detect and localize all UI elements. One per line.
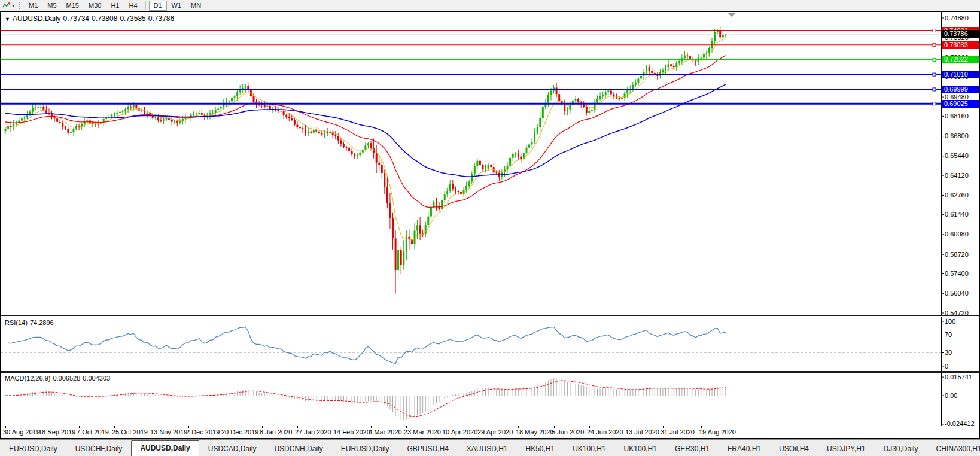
price-tick-label: 0.61440 <box>945 211 979 218</box>
chart-tab-hk50-h1[interactable]: HK50,H1 <box>517 442 564 456</box>
timeframe-button-D1[interactable]: D1 <box>149 1 167 11</box>
date-label: 19 Aug 2020 <box>699 428 736 436</box>
price-tick-label: 0.54720 <box>945 310 979 317</box>
chart-tab-xauusd-h1[interactable]: XAUUSD,H1 <box>458 442 517 456</box>
date-label: 20 Dec 2019 <box>221 428 258 436</box>
symbol-dropdown-icon[interactable]: ▼ <box>5 16 10 22</box>
date-label: 14 Feb 2020 <box>333 428 370 436</box>
chart-tab-gbpusd-h4[interactable]: GBPUSD,H4 <box>398 442 457 456</box>
timeframe-button-M1[interactable]: M1 <box>24 1 42 11</box>
rsi-axis-label: 0 <box>945 363 979 370</box>
rsi-name: RSI(14) <box>5 319 28 326</box>
date-label: 24 Jun 2020 <box>587 428 623 436</box>
date-label: 13 Jul 2020 <box>625 428 659 436</box>
macd-axis-label: -0.024412 <box>945 421 979 427</box>
date-label: 10 Apr 2020 <box>442 428 477 436</box>
price-tick-label: 0.58720 <box>945 251 979 258</box>
date-label: 4 Mar 2020 <box>369 428 402 436</box>
chart-tab-usoil-h4[interactable]: USOil,H4 <box>770 442 818 456</box>
rsi-axis-label: 70 <box>945 332 979 338</box>
chart-tab-dj30-daily[interactable]: DJ30,Daily <box>875 442 927 456</box>
timeframe-button-H1[interactable]: H1 <box>106 1 124 11</box>
current-price-label: 0.73786 <box>942 30 979 38</box>
date-label: 18 Sep 2019 <box>38 428 75 436</box>
toolbar-grip[interactable] <box>19 2 20 9</box>
rsi-value: 74.2896 <box>30 319 54 326</box>
price-tick-label: 0.57400 <box>945 270 979 277</box>
chart-tab-ger30-h1[interactable]: GER30,H1 <box>666 442 719 456</box>
ohlc-close: 0.73786 <box>148 14 174 23</box>
date-label: 2 Dec 2019 <box>186 428 220 436</box>
date-label: 5 Jun 2020 <box>552 428 584 436</box>
dropdown-caret-icon[interactable]: ▾ <box>12 3 14 8</box>
price-chart-canvas[interactable] <box>1 12 979 315</box>
chart-tab-eurusd-daily[interactable]: EURUSD,Daily <box>332 442 398 456</box>
chart-title: ▼AUDUSD,Daily0.737340.738080.735850.7378… <box>5 14 176 23</box>
rsi-canvas[interactable] <box>1 317 979 371</box>
macd-axis-label: 0.015741 <box>945 374 979 381</box>
toolbar: ▾ M1M5M15M30H1H4D1W1MN <box>0 0 980 11</box>
rsi-axis-label: 100 <box>945 318 979 325</box>
chart-tab-eurusd-daily[interactable]: EURUSD,Daily <box>0 442 66 456</box>
macd-name: MACD(12,26,9) <box>5 375 50 382</box>
timeframe-button-M5[interactable]: M5 <box>42 1 61 11</box>
macd-axis-label: 0.00 <box>945 393 979 399</box>
chart-tab-usdcad-daily[interactable]: USDCAD,Daily <box>199 442 266 456</box>
date-label: 7 Oct 2019 <box>77 428 109 436</box>
macd-label: MACD(12,26,9)0.0065280.004303 <box>5 375 112 382</box>
hline-price-label[interactable]: 0.73033 <box>942 41 979 49</box>
ohlc-high: 0.73808 <box>92 14 117 23</box>
hline-price-label[interactable]: 0.71010 <box>942 71 979 78</box>
toolbar-separator <box>145 1 146 10</box>
date-label: 29 Apr 2020 <box>477 428 513 436</box>
price-tick-label: 0.56040 <box>945 290 979 297</box>
date-label: 13 Nov 2019 <box>150 428 187 436</box>
toolbar-separator <box>209 1 209 10</box>
hline-price-label[interactable]: 0.69025 <box>942 100 979 108</box>
date-label: 30 Aug 2019 <box>3 428 40 436</box>
chart-tab-uk100-h1[interactable]: UK100,H1 <box>615 442 666 456</box>
chart-tab-audusd-daily[interactable]: AUDUSD,Daily <box>131 440 199 456</box>
chart-tab-uk100-h1[interactable]: UK100,H1 <box>564 442 614 456</box>
price-tick-label: 0.65440 <box>945 153 979 159</box>
hline-price-label[interactable]: 0.72022 <box>942 56 979 63</box>
price-tick-label: 0.62760 <box>945 192 979 199</box>
chart-tab-usdcnh-daily[interactable]: USDCNH,Daily <box>265 442 331 456</box>
price-tick-label: 0.66800 <box>945 133 979 139</box>
rsi-axis-label: 30 <box>945 349 979 356</box>
date-label: 23 Mar 2020 <box>404 428 441 436</box>
price-tick-label: 0.60080 <box>945 231 979 238</box>
price-tick-label: 0.64120 <box>945 172 979 179</box>
hline-price-label[interactable]: 0.69999 <box>942 86 979 93</box>
date-label: 8 Jan 2020 <box>260 428 292 436</box>
macd-canvas[interactable] <box>1 373 979 426</box>
chart-tabs: EURUSD,DailyUSDCHF,DailyAUDUSD,DailyUSDC… <box>0 439 980 456</box>
timeframe-button-M15[interactable]: M15 <box>62 1 84 11</box>
chart-window: ▼AUDUSD,Daily0.737340.738080.735850.7378… <box>0 11 980 439</box>
timeframe-button-MN[interactable]: MN <box>186 1 206 11</box>
chart-tab-china300-h1[interactable]: CHINA300,H1 <box>927 442 980 456</box>
chart-tab-usdjpy-h1[interactable]: USDJPY,H1 <box>818 442 874 456</box>
date-label: 18 May 2020 <box>516 428 554 436</box>
ohlc-open: 0.73734 <box>63 14 89 23</box>
price-tick-label: 0.74880 <box>945 15 979 22</box>
price-tick-label: 0.68160 <box>945 113 979 120</box>
date-label: 27 Jan 2020 <box>295 428 331 436</box>
timeframe-button-H4[interactable]: H4 <box>124 1 142 11</box>
macd-main-value: 0.006528 <box>53 375 80 382</box>
timeframe-button-M30[interactable]: M30 <box>84 1 106 11</box>
macd-signal-value: 0.004303 <box>83 375 110 382</box>
timeframe-button-W1[interactable]: W1 <box>167 1 187 11</box>
indicators-icon[interactable] <box>2 1 11 10</box>
chart-tab-usdchf-daily[interactable]: USDCHF,Daily <box>66 442 132 456</box>
chart-symbol: AUDUSD,Daily <box>13 14 61 23</box>
date-label: 25 Oct 2019 <box>112 428 148 436</box>
rsi-label: RSI(14)74.2896 <box>5 319 56 326</box>
mt4-window: ▾ M1M5M15M30H1H4D1W1MN ▼AUDUSD,Daily0.73… <box>0 0 980 456</box>
date-label: 31 Jul 2020 <box>661 428 695 436</box>
timeframe-toolbar: M1M5M15M30H1H4D1W1MN <box>24 1 212 11</box>
chart-tab-fra40-h1[interactable]: FRA40,H1 <box>719 442 770 456</box>
ohlc-low: 0.73585 <box>120 14 145 23</box>
